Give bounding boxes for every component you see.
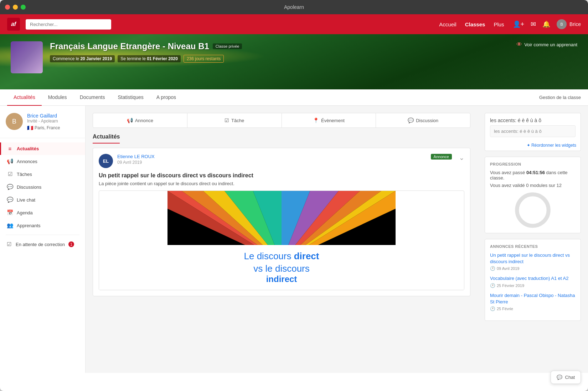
tache-tab-icon: ☑ <box>225 118 229 123</box>
sidebar-item-agenda[interactable]: 📅 Agenda <box>0 206 85 219</box>
message-icon[interactable]: ✉ <box>531 20 536 28</box>
right-panel: les accents: é è ê ù à ô les accents: é … <box>478 106 588 373</box>
discussions-icon: 💬 <box>7 184 13 190</box>
course-thumbnail <box>11 41 43 73</box>
recent-item-0: Un petit rappel sur le discours direct v… <box>490 252 576 271</box>
chat-bubble[interactable]: 💬 Chat <box>551 371 581 384</box>
post-tab-tache[interactable]: ☑ Tâche <box>187 113 282 127</box>
progression-content: PROGRESSION Vous avez passé 04:51:56 dan… <box>485 157 581 233</box>
france-flag-icon: 🇫🇷 <box>27 125 33 131</box>
sidebar-nav: ≡ Actualités 📢 Annonces ☑ Tâches 💬 Discu… <box>0 138 85 255</box>
reorder-widgets-button[interactable]: ✦ Réordonner les widgets <box>485 141 581 151</box>
donut-chart-container <box>490 192 576 228</box>
recent-section-title: ANNONCES RÉCENTES <box>490 244 576 249</box>
recent-item-title-0[interactable]: Un petit rappel sur le discours direct v… <box>490 252 576 265</box>
recent-item-title-1[interactable]: Vocabulaire (avec traduction) A1 et A2 <box>490 275 576 282</box>
post-tab-annonce[interactable]: 📢 Annonce <box>93 113 187 127</box>
discussion-tab-icon: 💬 <box>408 118 414 123</box>
sidebar-user-info: Brice Gaillard Invité - Apolearn 🇫🇷 Pari… <box>27 113 79 131</box>
post-attachment-image: Le discours direct vs le discours indire… <box>99 191 464 290</box>
sidebar-user-role: Invité - Apolearn <box>27 119 79 124</box>
nav-plus[interactable]: Plus <box>494 21 504 27</box>
sidebar: B Brice Gaillard Invité - Apolearn 🇫🇷 Pa… <box>0 106 86 373</box>
progression-section-title: PROGRESSION <box>490 162 576 166</box>
sidebar-user-profile: B Brice Gaillard Invité - Apolearn 🇫🇷 Pa… <box>0 113 85 138</box>
livechat-icon: 💬 <box>7 197 13 203</box>
sidebar-item-live-chat[interactable]: 💬 Live chat <box>0 193 85 206</box>
annonces-icon: 📢 <box>7 158 13 165</box>
user-menu[interactable]: B Brice <box>557 19 581 29</box>
recent-announcements-content: ANNONCES RÉCENTES Un petit rappel sur le… <box>485 239 581 320</box>
sidebar-item-discussions[interactable]: 💬 Discussions <box>0 181 85 193</box>
topnav-icons: 👤+ ✉ 🔔 B Brice <box>513 19 581 29</box>
maximize-button[interactable] <box>21 5 26 10</box>
close-button[interactable] <box>5 5 10 10</box>
correction-count-badge: 1 <box>68 241 74 247</box>
post-image-line3: indirect <box>106 274 457 284</box>
private-badge: Classe privée <box>213 43 242 49</box>
sidebar-item-actualites[interactable]: ≡ Actualités <box>0 142 85 155</box>
progression-modules-text: Vous avez validé 0 modules sur 12 <box>490 183 576 188</box>
annonce-tab-icon: 📢 <box>127 118 133 123</box>
hero-banner: Français Langue Etrangère - Niveau B1 Cl… <box>0 34 588 89</box>
app-window: Apolearn af Accueil Classes Plus 👤+ ✉ 🔔 … <box>0 0 588 391</box>
clock-icon-2: 🕐 <box>490 306 495 311</box>
sidebar-item-annonces[interactable]: 📢 Annonces <box>0 155 85 168</box>
days-remaining-badge: 236 jours restants <box>184 55 224 63</box>
post-expand-button[interactable]: ⌄ <box>459 154 464 162</box>
taches-icon: ☑ <box>7 171 13 177</box>
sidebar-item-correction[interactable]: ☑ En attente de correction 1 <box>0 238 85 251</box>
sidebar-user-name[interactable]: Brice Gaillard <box>27 113 79 119</box>
post-image-line1: Le discours direct <box>106 251 457 262</box>
widget-accents: les accents: é è ê ù à ô les accents: é … <box>485 113 581 151</box>
donut-chart <box>515 192 551 228</box>
post-author-name[interactable]: Etienne LE ROUX <box>117 154 427 159</box>
tab-modules[interactable]: Modules <box>42 89 73 106</box>
logo[interactable]: af <box>7 18 20 31</box>
post-tab-discussion[interactable]: 💬 Discussion <box>376 113 470 127</box>
evenement-tab-icon: 📍 <box>313 118 319 123</box>
notification-icon[interactable]: 🔔 <box>542 20 550 28</box>
accents-value: les accents: é è ê ù à ô <box>490 125 576 137</box>
titlebar: Apolearn <box>0 0 588 14</box>
accents-title: les accents: é è ê ù à ô <box>490 118 576 123</box>
clock-icon-1: 🕐 <box>490 283 495 288</box>
window-controls <box>5 5 26 10</box>
progression-time-text: Vous avez passé 04:51:56 dans cette clas… <box>490 170 576 181</box>
post-tab-evenement[interactable]: 📍 Évènement <box>282 113 376 127</box>
hero-info: Français Langue Etrangère - Niveau B1 Cl… <box>50 41 577 63</box>
post-author-avatar: EL <box>99 154 113 168</box>
tab-documents[interactable]: Documents <box>73 89 112 106</box>
chat-bubble-icon: 💬 <box>557 375 562 380</box>
search-container <box>26 19 111 30</box>
tab-apropos[interactable]: A propos <box>150 89 182 106</box>
nav-classes[interactable]: Classes <box>465 21 485 27</box>
search-input[interactable] <box>26 19 111 30</box>
actualites-icon: ≡ <box>7 146 13 152</box>
nav-links: Accueil Classes Plus <box>439 21 504 27</box>
sidebar-divider <box>6 235 79 235</box>
gestion-classe-link[interactable]: Gestion de la classe <box>539 95 581 100</box>
user-avatar-small: B <box>557 19 567 29</box>
tab-statistiques[interactable]: Statistiques <box>111 89 150 106</box>
tabs-bar: Actualités Modules Documents Statistique… <box>0 89 588 106</box>
recent-item-title-2[interactable]: Mourir demain - Pascal Obispo - Natasha … <box>490 292 576 305</box>
post-header: EL Etienne LE ROUX 09 Avril 2019 Annonce… <box>99 154 464 168</box>
post-title: Un petit rappel sur le discours direct v… <box>99 172 464 179</box>
post-image-text-overlay: Le discours direct vs le discours indire… <box>99 245 464 290</box>
widget-recent-announcements: ANNONCES RÉCENTES Un petit rappel sur le… <box>485 239 581 321</box>
minimize-button[interactable] <box>13 5 18 10</box>
section-header: Actualités <box>93 134 120 144</box>
add-user-icon[interactable]: 👤+ <box>513 20 525 28</box>
recent-item-date-0: 🕐 09 Avril 2019 <box>490 266 576 271</box>
recent-item-date-1: 🕐 25 Février 2019 <box>490 283 576 288</box>
sidebar-item-taches[interactable]: ☑ Tâches <box>0 168 85 181</box>
main-layout: B Brice Gaillard Invité - Apolearn 🇫🇷 Pa… <box>0 106 588 373</box>
window-title: Apolearn <box>284 4 304 10</box>
recent-item-date-2: 🕐 25 Févrie <box>490 306 576 311</box>
sidebar-item-apprenants[interactable]: 👥 Apprenants <box>0 219 85 232</box>
nav-accueil[interactable]: Accueil <box>439 21 456 27</box>
post-meta: Etienne LE ROUX 09 Avril 2019 <box>117 154 427 165</box>
tab-actualites[interactable]: Actualités <box>7 89 42 106</box>
apprenants-icon: 👥 <box>7 222 13 229</box>
